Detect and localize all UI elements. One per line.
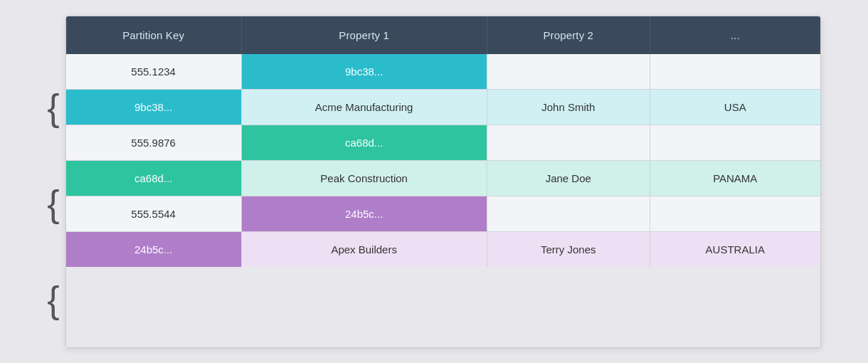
cell-r0-c3 [650, 54, 820, 90]
data-table: Partition Key Property 1 Property 2 ... … [66, 16, 820, 267]
cell-r3-c1: Peak Construction [241, 160, 487, 196]
table-row: 24b5c...Apex BuildersTerry JonesAUSTRALI… [66, 231, 820, 267]
cell-r4-c2 [487, 196, 650, 231]
col-property2: Property 2 [487, 16, 650, 54]
brace-table-container: { { { Partition Key Property 1 Property … [47, 16, 820, 348]
cell-r3-c0: ca68d... [66, 160, 241, 196]
cell-r0-c0: 555.1234 [66, 54, 241, 90]
cell-r4-c0: 555.5544 [66, 196, 241, 231]
cell-r2-c1: ca68d... [241, 125, 487, 160]
cell-r1-c0: 9bc38... [66, 89, 241, 125]
brace-1: { [47, 60, 59, 156]
cell-r3-c3: PANAMA [650, 160, 820, 196]
cell-r5-c0: 24b5c... [66, 231, 241, 267]
cell-r4-c3 [650, 196, 820, 231]
brace-3: { [47, 252, 59, 348]
cell-r2-c3 [650, 125, 820, 160]
table-row: 555.554424b5c... [66, 196, 820, 231]
cell-r5-c1: Apex Builders [241, 231, 487, 267]
col-ellipsis: ... [650, 16, 820, 54]
cell-r5-c3: AUSTRALIA [650, 231, 820, 267]
table-header-row: Partition Key Property 1 Property 2 ... [66, 16, 820, 54]
table-row: 9bc38...Acme ManufacturingJohn SmithUSA [66, 89, 820, 125]
table-row: 555.12349bc38... [66, 54, 820, 90]
cell-r0-c1: 9bc38... [241, 54, 487, 90]
cell-r0-c2 [487, 54, 650, 90]
cell-r1-c2: John Smith [487, 89, 650, 125]
cell-r2-c0: 555.9876 [66, 125, 241, 160]
cell-r1-c1: Acme Manufacturing [241, 89, 487, 125]
cell-r1-c3: USA [650, 89, 820, 125]
cell-r5-c2: Terry Jones [487, 231, 650, 267]
table-row: ca68d...Peak ConstructionJane DoePANAMA [66, 160, 820, 196]
table-row: 555.9876ca68d... [66, 125, 820, 160]
table-wrapper: Partition Key Property 1 Property 2 ... … [65, 16, 821, 348]
col-partition-key: Partition Key [66, 16, 241, 54]
cell-r2-c2 [487, 125, 650, 160]
braces-column: { { { [47, 16, 65, 348]
cell-r3-c2: Jane Doe [487, 160, 650, 196]
cell-r4-c1: 24b5c... [241, 196, 487, 231]
col-property1: Property 1 [241, 16, 487, 54]
page-wrapper: { { { Partition Key Property 1 Property … [0, 0, 868, 363]
brace-2: { [47, 156, 59, 252]
